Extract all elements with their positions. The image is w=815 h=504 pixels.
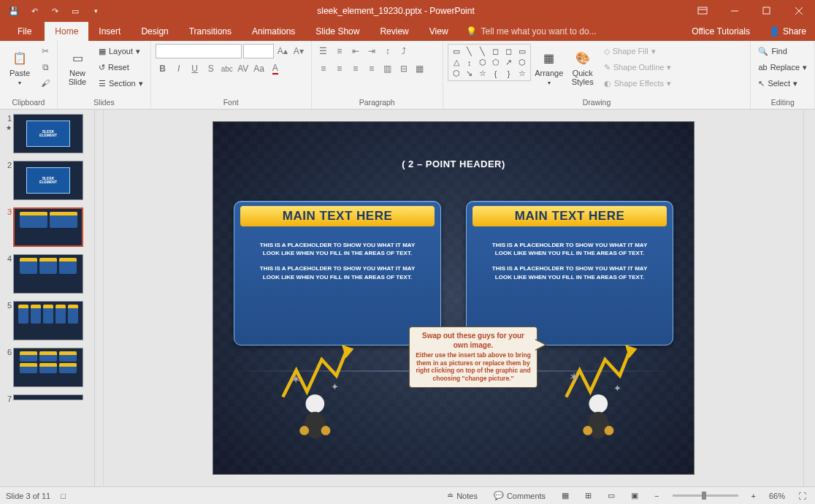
replace-button[interactable]: abReplace ▾ [755, 60, 810, 75]
maximize-button[interactable] [751, 0, 783, 22]
zoom-in-button[interactable]: + [749, 492, 759, 500]
decrease-indent-button[interactable]: ⇤ [348, 44, 363, 58]
reset-button[interactable]: ↺Reset [96, 60, 146, 75]
notes-button[interactable]: ≐ Notes [444, 491, 481, 500]
columns-button[interactable]: ▥ [380, 61, 395, 76]
slideshow-view-button[interactable]: ▣ [628, 491, 641, 500]
align-left-button[interactable]: ≡ [316, 61, 331, 76]
undo-icon[interactable]: ↶ [25, 2, 44, 20]
start-from-beginning-icon[interactable]: ▭ [66, 2, 85, 20]
reset-icon: ↺ [99, 63, 105, 72]
align-text-button[interactable]: ⊟ [397, 61, 411, 76]
tell-me-search[interactable]: 💡Tell me what you want to do... [459, 22, 604, 41]
find-button[interactable]: 🔍Find [755, 44, 810, 58]
select-icon: ↖ [758, 79, 765, 88]
slide-canvas-area[interactable]: ( 2 – POINT HEADER) MAIN TEXT HERE THIS … [104, 110, 803, 486]
arrange-button[interactable]: ▦ Arrange▾ [534, 44, 565, 92]
line-spacing-button[interactable]: ↕ [380, 44, 395, 58]
quick-styles-icon: 🎨 [574, 50, 592, 67]
thumbnail-5[interactable]: 5 [0, 299, 94, 346]
fit-to-window-button[interactable]: ⛶ [795, 492, 809, 500]
font-color-button[interactable]: A [268, 61, 283, 76]
increase-indent-button[interactable]: ⇥ [364, 44, 379, 58]
minimize-button[interactable] [719, 0, 751, 22]
svg-text:✦: ✦ [613, 383, 621, 394]
ribbon-options-icon[interactable] [686, 0, 719, 22]
close-button[interactable] [783, 0, 815, 22]
layout-icon: ▦ [99, 47, 106, 56]
zoom-level[interactable]: 66% [769, 492, 785, 500]
font-family-select[interactable] [156, 44, 242, 58]
tab-insert[interactable]: Insert [88, 22, 131, 41]
svg-rect-0 [698, 7, 707, 14]
svg-point-14 [589, 394, 608, 413]
thumbnail-4[interactable]: 4 [0, 253, 94, 299]
paste-button[interactable]: 📋 Paste▾ [4, 44, 35, 92]
justify-button[interactable]: ≡ [364, 61, 379, 76]
shapes-gallery[interactable]: ▭╲╲◻◻▭ △↕⬡⬠↗⬡ ⬡↘☆{}☆ [448, 44, 531, 81]
redo-icon[interactable]: ↷ [45, 2, 64, 20]
copy-button[interactable]: ⧉ [38, 60, 53, 75]
share-button[interactable]: 👤Share [760, 22, 815, 41]
group-slides: ▭ New Slide ▦Layout ▾ ↺Reset ☰Section ▾ … [58, 41, 151, 109]
numbering-button[interactable]: ≡ [332, 44, 347, 58]
shape-effects-button[interactable]: ◐ Shape Effects ▾ [601, 76, 675, 91]
underline-button[interactable]: U [188, 61, 202, 76]
thumbnail-6[interactable]: 6 [0, 346, 94, 393]
font-size-select[interactable] [243, 44, 274, 58]
new-slide-button[interactable]: ▭ New Slide [62, 44, 93, 92]
tab-home[interactable]: Home [45, 22, 88, 41]
svg-point-9 [299, 426, 309, 435]
tab-design[interactable]: Design [131, 22, 178, 41]
shape-fill-button[interactable]: ◇ Shape Fill ▾ [601, 44, 675, 58]
normal-view-button[interactable]: ▦ [559, 491, 572, 500]
group-paragraph: ☰ ≡ ⇤ ⇥ ↕ ⤴ ≡ ≡ ≡ ≡ ▥ ⊟ ▦ Paragraph [312, 41, 443, 109]
tab-animations[interactable]: Animations [242, 22, 305, 41]
char-spacing-button[interactable]: AV [236, 61, 250, 76]
comments-button[interactable]: 💬 Comments [491, 491, 548, 500]
cut-button[interactable]: ✂ [38, 44, 53, 58]
shadow-button[interactable]: abc [220, 61, 234, 76]
format-painter-button[interactable]: 🖌 [38, 76, 53, 91]
tab-slideshow[interactable]: Slide Show [305, 22, 370, 41]
layout-button[interactable]: ▦Layout ▾ [96, 44, 146, 58]
quick-styles-button[interactable]: 🎨 Quick Styles [567, 44, 598, 92]
change-case-button[interactable]: Aa [252, 61, 267, 76]
decrease-font-icon[interactable]: A▾ [291, 44, 306, 58]
office-tutorials[interactable]: Office Tutorials [681, 22, 760, 41]
thumbnail-1[interactable]: 1★SLEEKELEMENT [0, 112, 94, 159]
thumbnail-3[interactable]: 3 [0, 206, 94, 253]
smartart-button[interactable]: ▦ [413, 61, 427, 76]
select-button[interactable]: ↖Select ▾ [755, 76, 810, 91]
thumbnail-7[interactable]: 7 [0, 393, 94, 409]
qat-customize-icon[interactable]: ▾ [86, 2, 105, 20]
slide-header-text: ( 2 – POINT HEADER) [213, 159, 694, 169]
canvas-vertical-scrollbar[interactable] [803, 110, 815, 486]
align-right-button[interactable]: ≡ [348, 61, 363, 76]
align-center-button[interactable]: ≡ [332, 61, 347, 76]
bold-button[interactable]: B [156, 61, 170, 76]
thumbnails-scrollbar[interactable] [95, 110, 104, 486]
zoom-out-button[interactable]: − [651, 492, 662, 500]
status-bar: Slide 3 of 11 □ ≐ Notes 💬 Comments ▦ ⊞ ▭… [0, 486, 815, 504]
save-icon[interactable]: 💾 [4, 2, 23, 20]
tab-review[interactable]: Review [370, 22, 418, 41]
tab-view[interactable]: View [419, 22, 459, 41]
language-indicator[interactable]: □ [61, 492, 66, 500]
section-button[interactable]: ☰Section ▾ [96, 76, 146, 91]
bullets-button[interactable]: ☰ [316, 44, 331, 58]
zoom-slider[interactable] [673, 495, 738, 497]
increase-font-icon[interactable]: A▴ [275, 44, 290, 58]
italic-button[interactable]: I [172, 61, 186, 76]
ribbon-tabs: File Home Insert Design Transitions Anim… [0, 22, 815, 41]
slide-sorter-view-button[interactable]: ⊞ [582, 491, 594, 500]
tab-transitions[interactable]: Transitions [179, 22, 242, 41]
thumbnail-2[interactable]: 2SLEEKELEMENT [0, 159, 94, 206]
reading-view-button[interactable]: ▭ [605, 491, 618, 500]
text-direction-button[interactable]: ⤴ [397, 44, 411, 58]
right-panel-text-1: THIS IS A PLACEHOLDER TO SHOW YOU WHAT I… [467, 231, 673, 261]
slide-counter[interactable]: Slide 3 of 11 [6, 492, 50, 500]
strikethrough-button[interactable]: S [204, 61, 218, 76]
tab-file[interactable]: File [4, 22, 45, 41]
shape-outline-button[interactable]: ✎ Shape Outline ▾ [601, 60, 675, 75]
